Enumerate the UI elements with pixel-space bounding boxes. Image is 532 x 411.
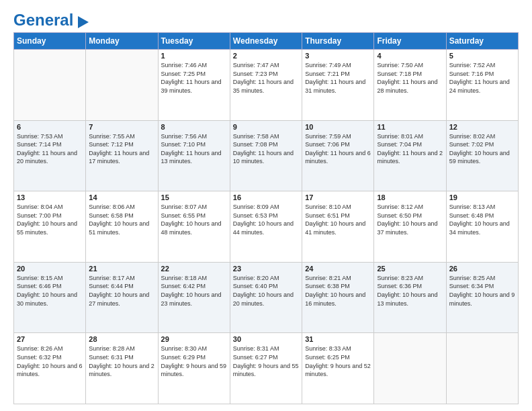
day-cell: 30Sunrise: 8:31 AM Sunset: 6:27 PM Dayli…: [230, 333, 302, 404]
header: General: [13, 11, 519, 26]
day-cell: 9Sunrise: 7:58 AM Sunset: 7:08 PM Daylig…: [230, 120, 302, 191]
day-cell: 5Sunrise: 7:52 AM Sunset: 7:16 PM Daylig…: [446, 50, 518, 121]
day-cell: 27Sunrise: 8:26 AM Sunset: 6:32 PM Dayli…: [14, 333, 86, 404]
day-info: Sunrise: 8:28 AM Sunset: 6:31 PM Dayligh…: [89, 345, 154, 378]
day-info: Sunrise: 7:55 AM Sunset: 7:12 PM Dayligh…: [89, 132, 154, 166]
day-number: 26: [449, 265, 515, 273]
day-cell: 17Sunrise: 8:10 AM Sunset: 6:51 PM Dayli…: [302, 191, 374, 263]
day-number: 13: [17, 193, 83, 201]
day-number: 11: [377, 123, 443, 131]
day-info: Sunrise: 7:53 AM Sunset: 7:14 PM Dayligh…: [17, 132, 83, 166]
week-row-4: 20Sunrise: 8:15 AM Sunset: 6:46 PM Dayli…: [14, 262, 519, 333]
day-info: Sunrise: 7:49 AM Sunset: 7:21 PM Dayligh…: [305, 61, 371, 95]
day-info: Sunrise: 8:31 AM Sunset: 6:27 PM Dayligh…: [233, 345, 299, 378]
day-number: 9: [233, 123, 299, 131]
day-cell: 1Sunrise: 7:46 AM Sunset: 7:25 PM Daylig…: [158, 50, 230, 121]
day-cell: 13Sunrise: 8:04 AM Sunset: 7:00 PM Dayli…: [14, 191, 86, 263]
day-cell: [14, 50, 86, 121]
day-cell: [86, 50, 158, 121]
day-number: 17: [305, 193, 371, 201]
weekday-friday: Friday: [374, 33, 446, 50]
day-info: Sunrise: 8:30 AM Sunset: 6:29 PM Dayligh…: [161, 345, 227, 378]
day-number: 25: [377, 265, 443, 273]
day-number: 10: [305, 123, 371, 131]
day-number: 14: [89, 193, 154, 201]
day-info: Sunrise: 8:02 AM Sunset: 7:02 PM Dayligh…: [449, 132, 515, 166]
day-number: 15: [161, 193, 227, 201]
day-cell: 18Sunrise: 8:12 AM Sunset: 6:50 PM Dayli…: [374, 191, 446, 263]
day-cell: 7Sunrise: 7:55 AM Sunset: 7:12 PM Daylig…: [86, 120, 158, 191]
weekday-sunday: Sunday: [14, 33, 86, 50]
day-number: 23: [233, 265, 299, 273]
day-info: Sunrise: 8:01 AM Sunset: 7:04 PM Dayligh…: [377, 132, 443, 166]
day-info: Sunrise: 8:09 AM Sunset: 6:53 PM Dayligh…: [233, 203, 299, 236]
day-number: 18: [377, 193, 443, 201]
day-cell: 21Sunrise: 8:17 AM Sunset: 6:44 PM Dayli…: [86, 262, 158, 333]
day-number: 4: [377, 52, 443, 60]
day-number: 3: [305, 52, 371, 60]
day-number: 29: [161, 335, 227, 343]
weekday-tuesday: Tuesday: [158, 33, 230, 50]
day-number: 1: [161, 52, 227, 60]
day-cell: 22Sunrise: 8:18 AM Sunset: 6:42 PM Dayli…: [158, 262, 230, 333]
day-cell: 26Sunrise: 8:25 AM Sunset: 6:34 PM Dayli…: [446, 262, 518, 333]
day-info: Sunrise: 8:17 AM Sunset: 6:44 PM Dayligh…: [89, 274, 154, 308]
day-number: 7: [89, 123, 154, 131]
logo-general: General: [13, 11, 73, 29]
day-info: Sunrise: 8:07 AM Sunset: 6:55 PM Dayligh…: [161, 203, 227, 236]
day-cell: [374, 333, 446, 404]
day-number: 27: [17, 335, 83, 343]
day-info: Sunrise: 7:50 AM Sunset: 7:18 PM Dayligh…: [377, 61, 443, 95]
calendar-table: SundayMondayTuesdayWednesdayThursdayFrid…: [13, 32, 519, 404]
weekday-saturday: Saturday: [446, 33, 518, 50]
day-info: Sunrise: 8:33 AM Sunset: 6:25 PM Dayligh…: [305, 345, 371, 378]
day-cell: 6Sunrise: 7:53 AM Sunset: 7:14 PM Daylig…: [14, 120, 86, 191]
logo-arrow: [78, 16, 89, 28]
day-info: Sunrise: 7:52 AM Sunset: 7:16 PM Dayligh…: [449, 61, 515, 95]
day-info: Sunrise: 7:58 AM Sunset: 7:08 PM Dayligh…: [233, 132, 299, 166]
week-row-1: 1Sunrise: 7:46 AM Sunset: 7:25 PM Daylig…: [14, 50, 519, 121]
day-number: 5: [449, 52, 515, 60]
week-row-3: 13Sunrise: 8:04 AM Sunset: 7:00 PM Dayli…: [14, 191, 519, 263]
day-cell: 24Sunrise: 8:21 AM Sunset: 6:38 PM Dayli…: [302, 262, 374, 333]
day-cell: 29Sunrise: 8:30 AM Sunset: 6:29 PM Dayli…: [158, 333, 230, 404]
day-cell: 2Sunrise: 7:47 AM Sunset: 7:23 PM Daylig…: [230, 50, 302, 121]
day-info: Sunrise: 8:15 AM Sunset: 6:46 PM Dayligh…: [17, 274, 83, 308]
day-number: 20: [17, 265, 83, 273]
day-number: 6: [17, 123, 83, 131]
day-cell: 15Sunrise: 8:07 AM Sunset: 6:55 PM Dayli…: [158, 191, 230, 263]
day-info: Sunrise: 8:21 AM Sunset: 6:38 PM Dayligh…: [305, 274, 371, 308]
day-info: Sunrise: 8:18 AM Sunset: 6:42 PM Dayligh…: [161, 274, 227, 308]
day-info: Sunrise: 8:12 AM Sunset: 6:50 PM Dayligh…: [377, 203, 443, 236]
weekday-thursday: Thursday: [302, 33, 374, 50]
day-info: Sunrise: 8:13 AM Sunset: 6:48 PM Dayligh…: [449, 203, 515, 236]
day-number: 16: [233, 193, 299, 201]
day-cell: 14Sunrise: 8:06 AM Sunset: 6:58 PM Dayli…: [86, 191, 158, 263]
day-info: Sunrise: 8:04 AM Sunset: 7:00 PM Dayligh…: [17, 203, 83, 236]
day-info: Sunrise: 8:25 AM Sunset: 6:34 PM Dayligh…: [449, 274, 515, 308]
day-info: Sunrise: 8:20 AM Sunset: 6:40 PM Dayligh…: [233, 274, 299, 308]
day-info: Sunrise: 7:56 AM Sunset: 7:10 PM Dayligh…: [161, 132, 227, 166]
day-cell: 10Sunrise: 7:59 AM Sunset: 7:06 PM Dayli…: [302, 120, 374, 191]
page: General SundayMondayTuesdayWednesdayThur…: [0, 0, 532, 411]
day-number: 21: [89, 265, 154, 273]
week-row-2: 6Sunrise: 7:53 AM Sunset: 7:14 PM Daylig…: [14, 120, 519, 191]
day-cell: 23Sunrise: 8:20 AM Sunset: 6:40 PM Dayli…: [230, 262, 302, 333]
day-number: 31: [305, 335, 371, 343]
weekday-monday: Monday: [86, 33, 158, 50]
day-info: Sunrise: 8:26 AM Sunset: 6:32 PM Dayligh…: [17, 345, 83, 378]
day-number: 24: [305, 265, 371, 273]
day-number: 19: [449, 193, 515, 201]
day-cell: 11Sunrise: 8:01 AM Sunset: 7:04 PM Dayli…: [374, 120, 446, 191]
weekday-header-row: SundayMondayTuesdayWednesdayThursdayFrid…: [14, 33, 519, 50]
day-cell: 8Sunrise: 7:56 AM Sunset: 7:10 PM Daylig…: [158, 120, 230, 191]
day-cell: 20Sunrise: 8:15 AM Sunset: 6:46 PM Dayli…: [14, 262, 86, 333]
day-cell: 25Sunrise: 8:23 AM Sunset: 6:36 PM Dayli…: [374, 262, 446, 333]
day-info: Sunrise: 8:23 AM Sunset: 6:36 PM Dayligh…: [377, 274, 443, 308]
logo: General: [13, 11, 89, 26]
day-info: Sunrise: 8:10 AM Sunset: 6:51 PM Dayligh…: [305, 203, 371, 236]
day-number: 22: [161, 265, 227, 273]
day-number: 8: [161, 123, 227, 131]
day-info: Sunrise: 7:59 AM Sunset: 7:06 PM Dayligh…: [305, 132, 371, 166]
week-row-5: 27Sunrise: 8:26 AM Sunset: 6:32 PM Dayli…: [14, 333, 519, 404]
